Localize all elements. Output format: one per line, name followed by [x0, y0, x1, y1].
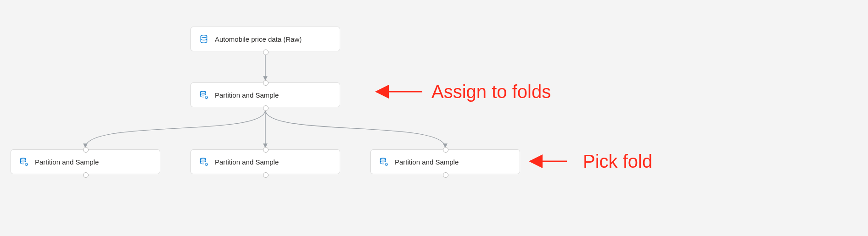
- svg-line-17: [26, 164, 26, 164]
- svg-line-28: [207, 165, 207, 165]
- edge-root-to-c: [265, 110, 445, 148]
- svg-point-1: [201, 91, 206, 93]
- node-label: Partition and Sample: [215, 158, 279, 166]
- port-in-b[interactable]: [263, 147, 269, 153]
- node-label: Partition and Sample: [395, 158, 459, 166]
- port-out-a[interactable]: [83, 172, 89, 178]
- svg-point-22: [206, 164, 207, 165]
- svg-point-12: [26, 164, 27, 165]
- svg-point-32: [386, 164, 387, 165]
- svg-point-0: [201, 35, 207, 38]
- annotation-pick-fold: Pick fold: [583, 151, 652, 172]
- svg-line-19: [26, 165, 26, 165]
- database-gear-icon: [199, 157, 208, 166]
- svg-line-29: [206, 165, 206, 165]
- node-label: Automobile price data (Raw): [215, 35, 302, 43]
- port-in-a[interactable]: [83, 147, 89, 153]
- database-gear-icon: [379, 157, 388, 166]
- port-out-dataset[interactable]: [263, 49, 269, 55]
- svg-line-27: [206, 164, 206, 164]
- svg-line-20: [27, 164, 28, 164]
- port-in-c[interactable]: [443, 147, 448, 153]
- svg-line-38: [387, 165, 387, 165]
- node-partition-a[interactable]: Partition and Sample: [11, 149, 160, 174]
- svg-line-40: [387, 164, 387, 164]
- annotation-assign-to-folds: Assign to folds: [431, 82, 551, 102]
- database-gear-icon: [19, 157, 28, 166]
- pipeline-canvas: Automobile price data (Raw): [0, 0, 868, 236]
- svg-line-39: [386, 165, 386, 165]
- svg-line-30: [207, 164, 207, 164]
- svg-point-31: [381, 158, 386, 160]
- svg-point-21: [201, 158, 206, 160]
- port-out-c[interactable]: [443, 172, 448, 178]
- svg-line-10: [207, 97, 207, 97]
- svg-line-18: [27, 165, 28, 165]
- node-label: Partition and Sample: [215, 91, 279, 99]
- node-partition-c[interactable]: Partition and Sample: [370, 149, 520, 174]
- database-gear-icon: [199, 90, 208, 99]
- database-icon: [199, 34, 208, 44]
- svg-point-11: [21, 158, 26, 160]
- edge-root-to-a: [85, 110, 265, 148]
- svg-line-37: [386, 164, 386, 164]
- svg-point-2: [206, 97, 207, 98]
- port-out-root[interactable]: [263, 105, 269, 111]
- node-label: Partition and Sample: [35, 158, 99, 166]
- svg-line-7: [206, 97, 206, 97]
- port-in-root[interactable]: [263, 80, 269, 86]
- svg-line-9: [206, 98, 206, 99]
- svg-line-8: [207, 98, 207, 99]
- node-partition-b[interactable]: Partition and Sample: [190, 149, 340, 174]
- node-partition-root[interactable]: Partition and Sample: [190, 82, 340, 107]
- connector-layer: [0, 0, 868, 236]
- port-out-b[interactable]: [263, 172, 269, 178]
- node-dataset[interactable]: Automobile price data (Raw): [190, 27, 340, 51]
